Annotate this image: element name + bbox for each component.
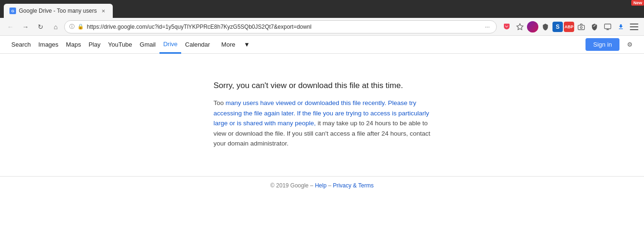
settings-nav-icon[interactable]: ⚙ [623,36,636,54]
surfeasy-icon[interactable]: S [552,22,563,32]
tab-bar: G Google Drive - Too many users ✕ New [0,0,644,18]
main-content: Sorry, you can't view or download this f… [0,54,644,176]
reload-button[interactable]: ↻ [34,20,47,33]
address-actions: ··· [483,23,492,31]
pocket-icon[interactable] [501,21,513,33]
screenshot-icon[interactable] [575,21,587,33]
page-footer: © 2019 Google – Help – Privacy & Terms [0,176,644,194]
nav-calendar[interactable]: Calendar [181,36,214,54]
browser-chrome: G Google Drive - Too many users ✕ New ← … [0,0,644,36]
tab-title: Google Drive - Too many users [19,8,97,14]
svg-rect-3 [630,24,638,24]
toolbar-icons: S ABP [501,21,640,33]
lock-icon: 🔒 [77,24,84,30]
nav-play[interactable]: Play [85,36,104,54]
forward-button[interactable]: → [19,20,32,33]
nav-gmail[interactable]: Gmail [136,36,159,54]
abp-icon[interactable]: ABP [564,22,574,32]
footer-copyright: © 2019 Google – [270,182,313,189]
svg-rect-2 [604,24,611,29]
more-chevron-icon: ▼ [240,36,254,54]
info-icon: ⓘ [69,23,75,30]
profile-avatar[interactable] [527,21,538,32]
error-body-many: many users have viewed or downloaded thi… [214,99,429,127]
nav-more[interactable]: More ▼ [214,36,258,54]
tab-favicon: G [9,8,16,14]
error-title: Sorry, you can't view or download this f… [214,81,431,90]
footer-privacy-link[interactable]: Privacy & Terms [333,182,373,189]
nav-youtube[interactable]: YouTube [104,36,136,54]
new-tab-badge: New [631,0,644,6]
error-box: Sorry, you can't view or download this f… [214,81,431,149]
hamburger-menu-button[interactable] [628,21,640,33]
address-bar[interactable]: ⓘ 🔒 https://drive.google.com/uc?id=1y5qu… [64,20,497,33]
address-more-button[interactable]: ··· [483,23,492,31]
download-icon[interactable] [615,21,627,33]
google-navbar: Search Images Maps Play YouTube Gmail Dr… [0,36,644,54]
tab-close-button[interactable]: ✕ [100,7,107,15]
nav-drive[interactable]: Drive [159,36,181,54]
svg-rect-5 [630,29,638,30]
footer-help-link[interactable]: Help [315,182,326,189]
browser-toolbar: ← → ↻ ⌂ ⓘ 🔒 https://drive.google.com/uc?… [0,18,644,36]
bookmark-icon[interactable] [514,21,526,33]
active-tab[interactable]: G Google Drive - Too many users ✕ [4,4,113,18]
address-url: https://drive.google.com/uc?id=1y5quyTlY… [87,24,480,30]
footer-dash: – [328,182,333,189]
svg-point-1 [580,26,582,28]
shield-icon[interactable] [539,21,552,33]
nav-images[interactable]: Images [34,36,62,54]
monitor-icon[interactable] [602,21,614,33]
shield-check-icon[interactable] [588,21,601,33]
back-button[interactable]: ← [4,20,17,33]
nav-maps[interactable]: Maps [62,36,85,54]
svg-rect-4 [630,26,638,27]
svg-rect-0 [578,25,584,29]
sign-in-button[interactable]: Sign in [585,38,619,51]
nav-search[interactable]: Search [8,36,34,54]
home-button[interactable]: ⌂ [49,20,62,33]
error-body: Too many users have viewed or downloaded… [214,98,431,149]
